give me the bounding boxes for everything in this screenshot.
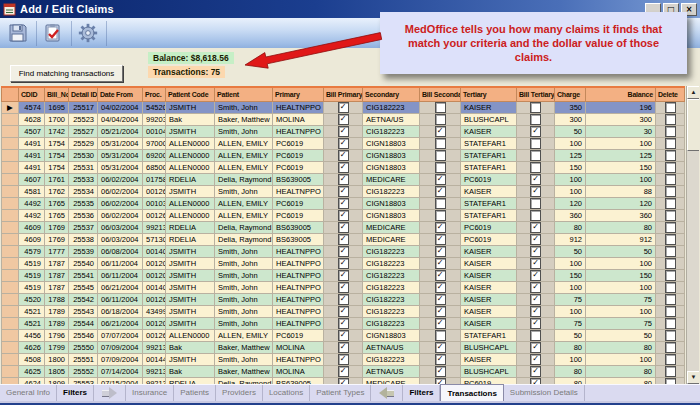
column-header-proc[interactable]: Proc. <box>143 87 166 102</box>
row-marker-cell[interactable] <box>2 126 19 138</box>
bill-secondary-checkbox[interactable] <box>435 114 446 125</box>
bill-primary-checkbox[interactable]: ✓ <box>338 126 349 137</box>
bill-tertiary-checkbox[interactable]: ✓ <box>530 366 541 377</box>
bill-secondary-checkbox[interactable]: ✓ <box>435 246 446 257</box>
delete-checkbox[interactable] <box>665 174 676 185</box>
scroll-down-button[interactable]: ▼ <box>687 371 699 384</box>
bill-primary-checkbox[interactable]: ✓ <box>338 354 349 365</box>
table-row[interactable]: 462617992555007/09/200499213BakBaker, Ma… <box>2 342 685 354</box>
table-row[interactable]: 460717612553306/02/200401758RDELIADelia,… <box>2 174 685 186</box>
tab-insurance[interactable]: Insurance <box>126 385 174 401</box>
tab-filters[interactable]: Filters <box>57 385 94 401</box>
bill-tertiary-checkbox[interactable]: ✓ <box>530 306 541 317</box>
delete-checkbox[interactable] <box>665 306 676 317</box>
column-header-bill-primary[interactable]: Bill Primary <box>324 87 363 102</box>
delete-checkbox[interactable] <box>665 126 676 137</box>
bill-secondary-checkbox[interactable]: ✓ <box>435 174 446 185</box>
column-header-detail-id[interactable]: Detail ID <box>69 87 98 102</box>
tab-locations[interactable]: Locations <box>263 385 310 401</box>
delete-checkbox[interactable] <box>665 318 676 329</box>
bill-tertiary-checkbox[interactable]: ✓ <box>530 186 541 197</box>
bill-primary-checkbox[interactable]: ✓ <box>338 174 349 185</box>
table-row[interactable]: 458117622553406/02/200400126JSMITHSmith,… <box>2 186 685 198</box>
bill-tertiary-checkbox[interactable]: ✓ <box>530 174 541 185</box>
tab-submission-details[interactable]: Submission Details <box>504 385 585 401</box>
column-header-bill-no[interactable]: Bill_No <box>45 87 69 102</box>
row-marker-cell[interactable] <box>2 234 19 246</box>
bill-secondary-checkbox[interactable] <box>435 150 446 161</box>
row-marker-cell[interactable] <box>2 270 19 282</box>
bill-primary-checkbox[interactable]: ✓ <box>338 198 349 209</box>
table-row[interactable]: 449217652553506/02/200400103ALLEN0000ALL… <box>2 198 685 210</box>
column-header-secondary[interactable]: Secondary <box>363 87 420 102</box>
table-row[interactable]: 452117892554406/21/200400120JSMITHSmith,… <box>2 318 685 330</box>
bill-secondary-checkbox[interactable]: ✓ <box>435 306 446 317</box>
bill-primary-checkbox[interactable]: ✓ <box>338 162 349 173</box>
bill-tertiary-checkbox[interactable]: ✓ <box>530 258 541 269</box>
bill-primary-checkbox[interactable]: ✓ <box>338 114 349 125</box>
table-row[interactable]: 445617962554607/07/200400126ALLEN0000ALL… <box>2 330 685 342</box>
table-row[interactable]: 462518052555207/14/200499213BakBaker, Ma… <box>2 366 685 378</box>
delete-checkbox[interactable] <box>665 162 676 173</box>
tab-patient-types[interactable]: Patient Types <box>310 385 371 401</box>
bill-tertiary-checkbox[interactable]: ✓ <box>530 246 541 257</box>
table-row[interactable]: 460917692553806/03/200457130RDELIADelia,… <box>2 234 685 246</box>
bill-secondary-checkbox[interactable] <box>435 210 446 221</box>
row-marker-cell[interactable] <box>2 330 19 342</box>
row-marker-cell[interactable] <box>2 282 19 294</box>
table-row[interactable]: 449117542553005/31/200469200ALLEN0000ALL… <box>2 150 685 162</box>
table-row[interactable]: 452017882554206/11/200400126JSMITHSmith,… <box>2 294 685 306</box>
bill-secondary-checkbox[interactable]: ✓ <box>435 258 446 269</box>
bill-secondary-checkbox[interactable]: ✓ <box>435 222 446 233</box>
delete-checkbox[interactable] <box>665 114 676 125</box>
table-row[interactable]: 451917872554106/11/200400120JSMITHSmith,… <box>2 270 685 282</box>
bill-secondary-checkbox[interactable]: ✓ <box>435 354 446 365</box>
column-header-delete[interactable]: Delete <box>656 87 685 102</box>
table-row[interactable]: 457917772553906/08/200400140JSMITHSmith,… <box>2 246 685 258</box>
bill-primary-checkbox[interactable]: ✓ <box>338 138 349 149</box>
delete-checkbox[interactable] <box>665 150 676 161</box>
bill-secondary-checkbox[interactable]: ✓ <box>435 234 446 245</box>
bill-secondary-checkbox[interactable]: ✓ <box>435 126 446 137</box>
find-matching-transactions-button[interactable]: Find matching transactions <box>10 65 123 82</box>
delete-checkbox[interactable] <box>665 222 676 233</box>
selected-row-marker-icon[interactable]: ▶ <box>2 102 19 114</box>
bill-primary-checkbox[interactable]: ✓ <box>338 258 349 269</box>
bill-secondary-checkbox[interactable] <box>435 330 446 341</box>
delete-checkbox[interactable] <box>665 198 676 209</box>
scroll-up-button[interactable]: ▲ <box>687 86 699 99</box>
row-marker-cell[interactable] <box>2 114 19 126</box>
arrow-left-icon[interactable] <box>371 385 403 401</box>
row-marker-cell[interactable] <box>2 246 19 258</box>
delete-checkbox[interactable] <box>665 102 676 113</box>
tab-patients[interactable]: Patients <box>174 385 216 401</box>
scrollbar-thumb[interactable] <box>687 99 699 151</box>
column-header-bill-secondary[interactable]: Bill Secondary <box>420 87 461 102</box>
tab-transactions[interactable]: Transactions <box>440 384 503 401</box>
bill-secondary-checkbox[interactable]: ✓ <box>435 294 446 305</box>
bill-tertiary-checkbox[interactable] <box>530 102 541 113</box>
delete-checkbox[interactable] <box>665 234 676 245</box>
bill-primary-checkbox[interactable]: ✓ <box>338 270 349 281</box>
bill-primary-checkbox[interactable]: ✓ <box>338 306 349 317</box>
delete-checkbox[interactable] <box>665 138 676 149</box>
bill-primary-checkbox[interactable]: ✓ <box>338 222 349 233</box>
delete-checkbox[interactable] <box>665 330 676 341</box>
settings-button[interactable] <box>75 21 107 46</box>
bill-primary-checkbox[interactable]: ✓ <box>338 294 349 305</box>
bill-tertiary-checkbox[interactable]: ✓ <box>530 318 541 329</box>
delete-checkbox[interactable] <box>665 354 676 365</box>
bill-primary-checkbox[interactable]: ✓ <box>338 282 349 293</box>
bill-tertiary-checkbox[interactable] <box>530 114 541 125</box>
bill-secondary-checkbox[interactable] <box>435 102 446 113</box>
column-header-patient[interactable]: Patient <box>215 87 273 102</box>
delete-checkbox[interactable] <box>665 246 676 257</box>
bill-primary-checkbox[interactable]: ✓ <box>338 330 349 341</box>
tab-filters[interactable]: Filters <box>403 385 440 401</box>
bill-secondary-checkbox[interactable] <box>435 162 446 173</box>
delete-checkbox[interactable] <box>665 270 676 281</box>
bill-secondary-checkbox[interactable]: ✓ <box>435 318 446 329</box>
post-claims-button[interactable] <box>40 21 72 46</box>
bill-tertiary-checkbox[interactable] <box>530 210 541 221</box>
table-row[interactable]: 451917872554006/11/200400120JSMITHSmith,… <box>2 258 685 270</box>
